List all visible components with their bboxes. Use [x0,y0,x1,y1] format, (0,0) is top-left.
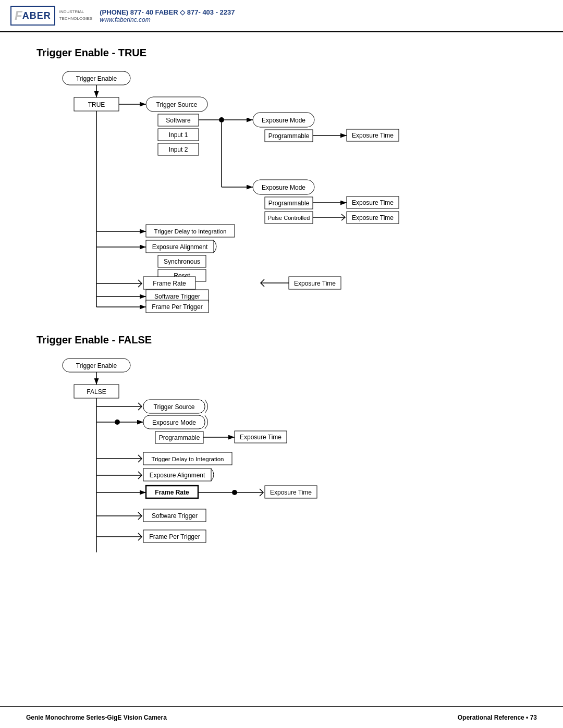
d1n-frame-rate: Frame Rate [153,280,186,287]
company-name: INDUSTRIAL TECHNOLOGIES [59,9,93,22]
svg-point-50 [219,117,224,122]
d1n-prog1: Programmable [268,132,310,140]
d1n-exp-time1: Exposure Time [352,132,394,139]
d1n-trigger-source: Trigger Source [156,101,198,108]
d1n-software: Software [166,117,191,124]
full-page: F ABER INDUSTRIAL TECHNOLOGIES (PHONE) 8… [0,0,563,728]
d2n-frame-per-trig: Frame Per Trigger [149,533,200,540]
header-phone: (PHONE) 877- 40 FABER ◇ 877- 403 - 2237 [100,8,235,16]
d2n-exp-time-fr: Exposure Time [270,489,312,496]
d1n-sync: Synchronous [164,258,200,265]
d1n-exp-mode2: Exposure Mode [262,184,305,191]
diagram1: Trigger Enable TRUE Trigger Source Softw… [36,67,490,317]
footer-left: Genie Monochrome Series-GigE Vision Came… [26,714,167,721]
d1n-exp-align: Exposure Alignment [152,243,208,251]
d1n-frame-per-trig: Frame Per Trigger [152,303,202,311]
svg-point-87 [115,419,120,425]
d1n-exp-mode1: Exposure Mode [262,117,305,124]
header-bar: F ABER INDUSTRIAL TECHNOLOGIES (PHONE) 8… [0,0,563,32]
d2n-trig-delay: Trigger Delay to Integration [152,456,224,462]
d1n-true: TRUE [88,101,105,108]
header-website: www.faberinc.com [100,16,235,23]
d1n-input1: Input 1 [169,131,188,139]
logo-container: F ABER [10,6,55,26]
d1n-exp-time3: Exposure Time [352,214,394,221]
d1n-exp-time-fr: Exposure Time [294,280,336,287]
logo-italic-f: F [15,8,22,23]
d2n-trigger-enable: Trigger Enable [76,362,117,369]
d1n-trigger-enable: Trigger Enable [76,75,117,82]
d1n-trig-delay: Trigger Delay to Integration [154,228,227,235]
section1-heading: Trigger Enable - TRUE [36,47,527,59]
d2n-false: FALSE [87,388,106,396]
d1n-pulse: Pulse Controlled [268,215,310,221]
diagram2: Trigger Enable FALSE Trigger Source [36,354,443,563]
d2n-sw-trigger: Software Trigger [152,512,198,520]
d2n-exp-align: Exposure Alignment [150,472,205,479]
d2n-frame-rate: Frame Rate [155,489,189,496]
section1-container: Trigger Enable - TRUE [36,47,527,317]
footer-right: Operational Reference • 73 [458,714,537,721]
section2-heading: Trigger Enable - FALSE [36,334,527,346]
d2n-prog: Programmable [159,434,200,441]
d1n-exp-time2: Exposure Time [352,199,394,206]
d1n-sw-trigger: Software Trigger [154,293,200,300]
d2n-exp-time: Exposure Time [240,434,282,441]
body-content: Trigger Enable - TRUE [0,32,563,604]
d1n-prog2: Programmable [268,200,310,207]
logo-aber: ABER [22,10,51,21]
footer-bar: Genie Monochrome Series-GigE Vision Came… [0,706,563,728]
section2-container: Trigger Enable - FALSE Trigger Enable [36,334,527,563]
d2n-trigger-source: Trigger Source [154,403,195,411]
d1n-input2: Input 2 [169,146,188,153]
contact-block: (PHONE) 877- 40 FABER ◇ 877- 403 - 2237 … [100,8,235,23]
d2n-exp-mode: Exposure Mode [152,419,196,426]
